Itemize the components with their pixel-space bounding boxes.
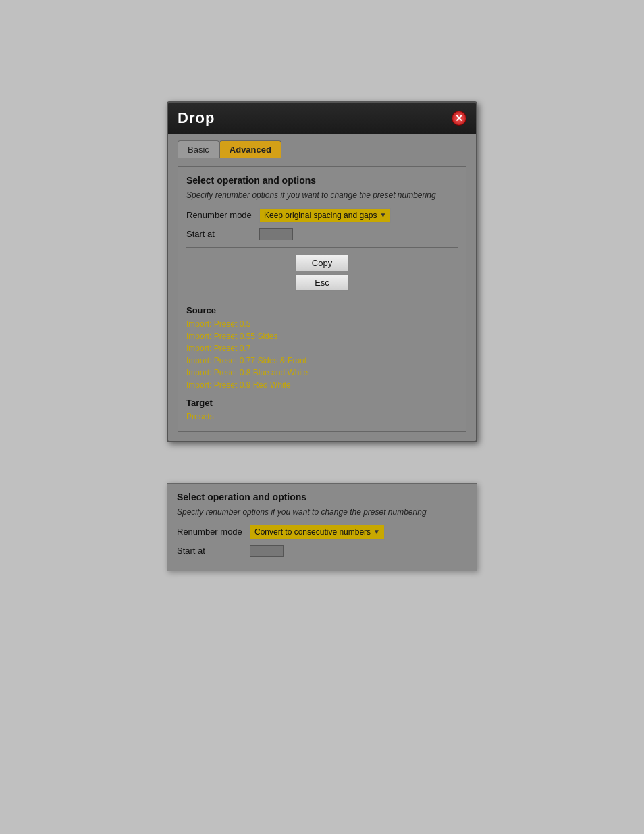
second-start-at-row: Start at — [177, 545, 467, 557]
second-panel-title: Select operation and options — [177, 492, 467, 502]
consecutive-mode-value: Convert to consecutive numbers — [254, 527, 371, 537]
start-at-input[interactable] — [259, 228, 293, 240]
renumber-mode-value: Keep original spacing and gaps — [264, 211, 377, 220]
titlebar: Drop ✕ — [168, 103, 476, 134]
consecutive-numbers-dropdown[interactable]: Convert to consecutive numbers ▼ — [250, 525, 385, 540]
list-item: Presets — [186, 411, 458, 423]
list-item: Import: Preset 0.7 — [186, 342, 458, 355]
start-at-row: Start at — [186, 228, 458, 240]
divider-1 — [186, 247, 458, 248]
target-list: Presets — [186, 411, 458, 423]
second-renumber-mode-row: Renumber mode Convert to consecutive num… — [177, 525, 467, 540]
tabs-row: Basic Advanced — [178, 140, 466, 158]
esc-button[interactable]: Esc — [295, 274, 349, 291]
tab-advanced[interactable]: Advanced — [219, 140, 281, 158]
dialog-body: Basic Advanced Select operation and opti… — [168, 134, 476, 441]
target-title: Target — [186, 398, 458, 408]
dropdown-arrow-icon: ▼ — [379, 211, 386, 219]
list-item: Import: Preset 0.5 — [186, 318, 458, 330]
drop-dialog: Drop ✕ Basic Advanced Select operation a… — [167, 101, 477, 442]
close-button[interactable]: ✕ — [452, 111, 466, 126]
list-item: Import: Preset 0.9 Red White — [186, 379, 458, 391]
second-renumber-mode-label: Renumber mode — [177, 527, 244, 537]
renumber-mode-label: Renumber mode — [186, 210, 254, 220]
tab-basic[interactable]: Basic — [178, 140, 219, 158]
divider-2 — [186, 298, 458, 298]
start-at-label: Start at — [186, 229, 254, 239]
options-panel: Select operation and options Specify ren… — [178, 166, 466, 432]
renumber-mode-dropdown[interactable]: Keep original spacing and gaps ▼ — [259, 208, 391, 223]
panel-subtitle: Specify renumber options if you want to … — [186, 190, 458, 201]
dialog-title: Drop — [178, 109, 215, 127]
second-panel: Select operation and options Specify ren… — [167, 483, 477, 571]
renumber-mode-row: Renumber mode Keep original spacing and … — [186, 208, 458, 223]
second-start-at-input[interactable] — [250, 545, 284, 557]
list-item: Import: Preset 0.55 Sides — [186, 330, 458, 342]
copy-button[interactable]: Copy — [295, 255, 349, 271]
second-panel-subtitle: Specify renumber options if you want to … — [177, 506, 467, 518]
buttons-row: Copy Esc — [186, 255, 458, 291]
list-item: Import: Preset 0.8 Blue and White — [186, 367, 458, 379]
source-list: Import: Preset 0.5 Import: Preset 0.55 S… — [186, 318, 458, 391]
list-item: Import: Preset 0.77 Sides & Front — [186, 355, 458, 367]
source-title: Source — [186, 305, 458, 315]
second-start-at-label: Start at — [177, 546, 244, 556]
panel-title: Select operation and options — [186, 175, 458, 186]
dropdown-arrow-icon: ▼ — [373, 528, 380, 536]
